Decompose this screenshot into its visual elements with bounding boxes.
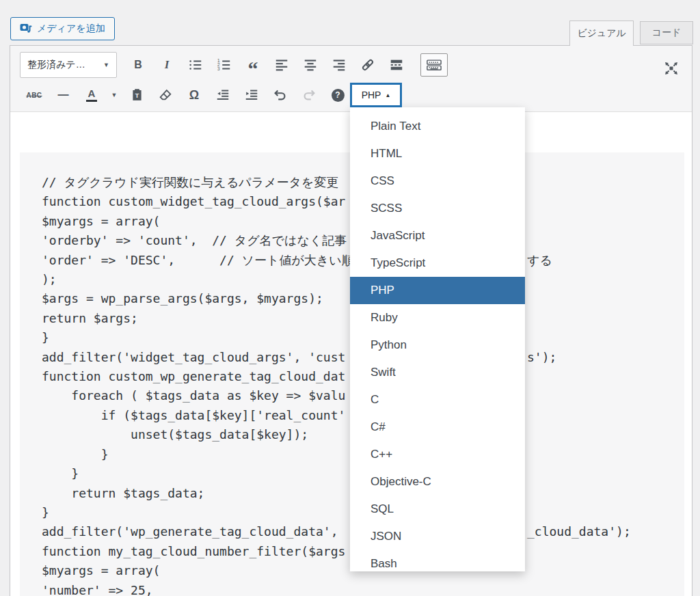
text-color-icon: A (86, 88, 97, 102)
indent-icon (244, 87, 259, 103)
menu-item-c-[interactable]: C# (350, 414, 525, 441)
fullscreen-button[interactable] (659, 57, 684, 81)
bullet-list-icon (188, 57, 203, 72)
horizontal-rule-icon: — (58, 89, 68, 101)
strikethrough-button[interactable]: ABC (20, 83, 49, 107)
link-button[interactable] (353, 53, 382, 77)
help-icon: ? (332, 89, 345, 102)
menu-item-c[interactable]: C (350, 386, 525, 414)
text-color-caret-button[interactable]: ▼ (106, 83, 122, 107)
help-button[interactable]: ? (323, 83, 352, 107)
blockquote-button[interactable]: “ (239, 53, 267, 77)
more-tag-button[interactable] (382, 53, 411, 77)
menu-item-c-[interactable]: C++ (350, 441, 525, 468)
svg-text:3: 3 (217, 66, 220, 71)
italic-icon: I (165, 58, 170, 72)
menu-item-php[interactable]: PHP (350, 277, 525, 304)
add-media-label: メディアを追加 (37, 23, 105, 35)
strikethrough-icon: ABC (26, 92, 42, 99)
paste-as-text-button[interactable]: T (122, 83, 151, 107)
syntax-language-button[interactable]: PHP ▲ (350, 83, 402, 107)
bold-button[interactable]: B (124, 53, 152, 77)
horizontal-rule-button[interactable]: — (49, 83, 77, 107)
numbered-list-button[interactable]: 1 2 3 (210, 53, 239, 77)
keyboard-icon (426, 57, 442, 72)
add-media-button[interactable]: メディアを追加 (10, 17, 115, 40)
menu-item-objective-c[interactable]: Objective-C (350, 468, 525, 496)
chevron-down-icon: ▼ (111, 92, 118, 98)
more-tag-icon (389, 57, 404, 72)
tab-code[interactable]: コード (640, 21, 693, 44)
bullet-list-button[interactable] (181, 53, 210, 77)
menu-item-javascript[interactable]: JavaScript (350, 222, 525, 249)
menu-item-python[interactable]: Python (350, 331, 525, 359)
align-center-icon (303, 57, 318, 72)
code-line-right-fragment: _cloud_data'); (527, 522, 631, 541)
media-icon (20, 23, 32, 36)
menu-item-css[interactable]: CSS (350, 167, 525, 195)
menu-item-scss[interactable]: SCSS (350, 195, 525, 222)
chevron-up-icon: ▲ (385, 92, 390, 98)
link-icon (360, 57, 375, 72)
chevron-down-icon: ▼ (103, 62, 109, 68)
menu-item-html[interactable]: HTML (350, 140, 525, 167)
menu-item-sql[interactable]: SQL (350, 496, 525, 523)
clipboard-text-icon: T (130, 87, 144, 103)
indent-button[interactable] (237, 83, 266, 107)
undo-button[interactable] (266, 83, 295, 107)
omega-icon: Ω (189, 88, 199, 103)
menu-item-swift[interactable]: Swift (350, 359, 525, 386)
align-right-icon (332, 57, 347, 72)
syntax-language-label: PHP (362, 90, 381, 100)
eraser-icon (158, 87, 173, 103)
clear-formatting-button[interactable] (151, 83, 180, 107)
menu-item-ruby[interactable]: Ruby (350, 304, 525, 331)
special-character-button[interactable]: Ω (180, 83, 208, 107)
menu-item-bash[interactable]: Bash (350, 550, 525, 571)
numbered-list-icon: 1 2 3 (217, 57, 232, 72)
align-left-button[interactable] (267, 53, 296, 77)
undo-icon (273, 87, 288, 103)
code-line: 'number' => 25, (42, 581, 677, 596)
align-left-icon (274, 57, 289, 72)
redo-icon (301, 87, 317, 103)
italic-button[interactable]: I (152, 53, 181, 77)
tab-code-label: コード (652, 27, 682, 39)
format-dropdown[interactable]: 整形済みテ… ▼ (20, 52, 117, 78)
language-menu: Plain TextHTMLCSSSCSSJavaScriptTypeScrip… (350, 107, 525, 571)
menu-item-json[interactable]: JSON (350, 523, 525, 550)
align-center-button[interactable] (296, 53, 325, 77)
tab-visual-label: ビジュアル (577, 27, 626, 40)
fullscreen-icon (663, 60, 679, 79)
menu-item-plain-text[interactable]: Plain Text (350, 113, 525, 140)
text-color-button[interactable]: A (77, 83, 106, 107)
outdent-icon (215, 87, 230, 103)
code-line-right-fragment: s'); (527, 348, 556, 367)
format-dropdown-value: 整形済みテ… (27, 59, 85, 71)
menu-item-typescript[interactable]: TypeScript (350, 249, 525, 277)
toolbar-toggle-button[interactable] (420, 53, 448, 77)
blockquote-icon: “ (248, 66, 258, 72)
redo-button[interactable] (295, 83, 323, 107)
bold-icon: B (134, 59, 142, 71)
outdent-button[interactable] (208, 83, 237, 107)
tab-visual[interactable]: ビジュアル (569, 21, 634, 46)
code-line-right-fragment: する (527, 251, 552, 270)
svg-text:T: T (135, 92, 139, 99)
align-right-button[interactable] (325, 53, 353, 77)
